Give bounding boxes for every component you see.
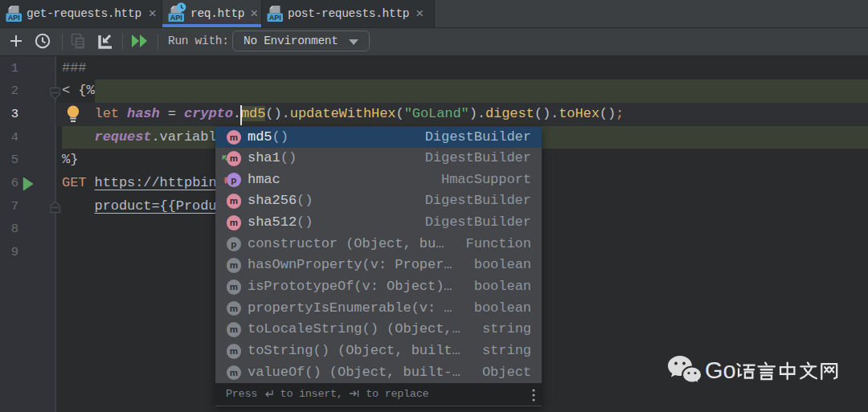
svg-text:API: API	[269, 14, 281, 22]
svg-text:API: API	[170, 14, 182, 22]
svg-text:API: API	[8, 14, 20, 22]
